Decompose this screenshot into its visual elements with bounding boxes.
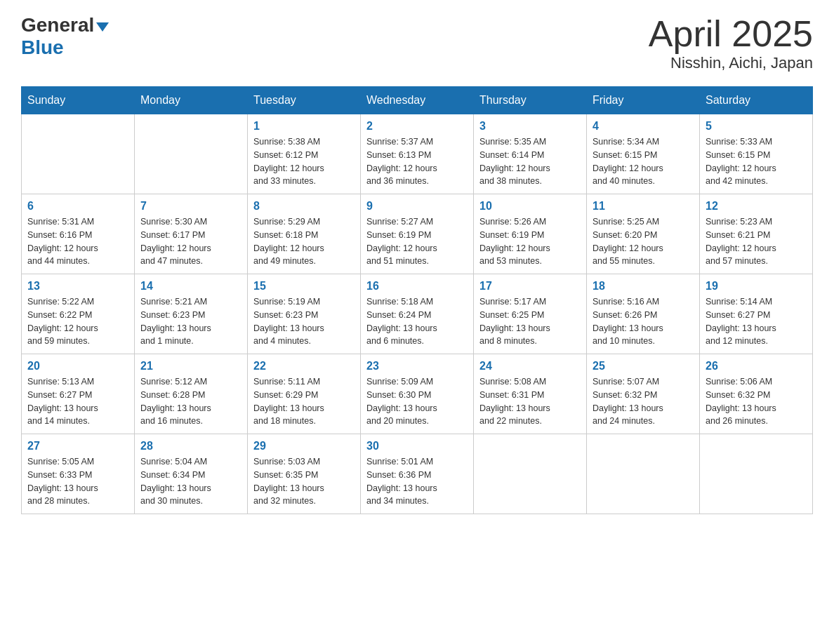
calendar-cell: 18Sunrise: 5:16 AM Sunset: 6:26 PM Dayli… xyxy=(587,274,700,354)
calendar-cell: 11Sunrise: 5:25 AM Sunset: 6:20 PM Dayli… xyxy=(587,194,700,274)
calendar-cell: 23Sunrise: 5:09 AM Sunset: 6:30 PM Dayli… xyxy=(361,354,474,434)
calendar-week-row: 27Sunrise: 5:05 AM Sunset: 6:33 PM Dayli… xyxy=(22,434,813,514)
calendar-header-row: SundayMondayTuesdayWednesdayThursdayFrid… xyxy=(22,87,813,114)
day-info: Sunrise: 5:05 AM Sunset: 6:33 PM Dayligh… xyxy=(27,455,128,508)
day-info: Sunrise: 5:34 AM Sunset: 6:15 PM Dayligh… xyxy=(593,135,694,188)
calendar-cell: 10Sunrise: 5:26 AM Sunset: 6:19 PM Dayli… xyxy=(474,194,587,274)
day-info: Sunrise: 5:22 AM Sunset: 6:22 PM Dayligh… xyxy=(27,295,128,348)
day-info: Sunrise: 5:07 AM Sunset: 6:32 PM Dayligh… xyxy=(593,375,694,428)
calendar-cell: 13Sunrise: 5:22 AM Sunset: 6:22 PM Dayli… xyxy=(22,274,135,354)
logo-arrow-icon xyxy=(96,22,109,32)
title-block: April 2025 Nisshin, Aichi, Japan xyxy=(649,14,813,72)
calendar-cell: 5Sunrise: 5:33 AM Sunset: 6:15 PM Daylig… xyxy=(700,114,813,194)
calendar-cell: 3Sunrise: 5:35 AM Sunset: 6:14 PM Daylig… xyxy=(474,114,587,194)
day-number: 17 xyxy=(479,280,581,293)
calendar-subtitle: Nisshin, Aichi, Japan xyxy=(649,54,813,72)
calendar-cell: 19Sunrise: 5:14 AM Sunset: 6:27 PM Dayli… xyxy=(700,274,813,354)
day-number: 2 xyxy=(366,120,468,133)
day-number: 12 xyxy=(706,200,807,213)
day-info: Sunrise: 5:13 AM Sunset: 6:27 PM Dayligh… xyxy=(27,375,128,428)
page-header: General Blue April 2025 Nisshin, Aichi, … xyxy=(21,14,813,72)
day-number: 18 xyxy=(593,280,694,293)
calendar-cell: 2Sunrise: 5:37 AM Sunset: 6:13 PM Daylig… xyxy=(361,114,474,194)
calendar-cell: 4Sunrise: 5:34 AM Sunset: 6:15 PM Daylig… xyxy=(587,114,700,194)
day-number: 29 xyxy=(253,440,355,452)
calendar-cell xyxy=(587,434,700,514)
day-info: Sunrise: 5:04 AM Sunset: 6:34 PM Dayligh… xyxy=(140,455,241,508)
day-number: 23 xyxy=(366,360,468,373)
day-info: Sunrise: 5:19 AM Sunset: 6:23 PM Dayligh… xyxy=(253,295,355,348)
day-number: 24 xyxy=(479,360,581,373)
calendar-day-header: Thursday xyxy=(474,87,587,114)
calendar-cell: 28Sunrise: 5:04 AM Sunset: 6:34 PM Dayli… xyxy=(135,434,248,514)
day-info: Sunrise: 5:16 AM Sunset: 6:26 PM Dayligh… xyxy=(593,295,694,348)
day-number: 19 xyxy=(706,280,807,293)
calendar-cell: 12Sunrise: 5:23 AM Sunset: 6:21 PM Dayli… xyxy=(700,194,813,274)
calendar-cell: 8Sunrise: 5:29 AM Sunset: 6:18 PM Daylig… xyxy=(248,194,361,274)
calendar-cell: 29Sunrise: 5:03 AM Sunset: 6:35 PM Dayli… xyxy=(248,434,361,514)
day-info: Sunrise: 5:30 AM Sunset: 6:17 PM Dayligh… xyxy=(140,215,241,268)
calendar-cell: 26Sunrise: 5:06 AM Sunset: 6:32 PM Dayli… xyxy=(700,354,813,434)
day-number: 20 xyxy=(27,360,128,373)
day-number: 1 xyxy=(253,120,355,133)
calendar-cell: 15Sunrise: 5:19 AM Sunset: 6:23 PM Dayli… xyxy=(248,274,361,354)
calendar-cell xyxy=(700,434,813,514)
day-number: 26 xyxy=(706,360,807,373)
calendar-cell: 21Sunrise: 5:12 AM Sunset: 6:28 PM Dayli… xyxy=(135,354,248,434)
day-info: Sunrise: 5:38 AM Sunset: 6:12 PM Dayligh… xyxy=(253,135,355,188)
day-number: 21 xyxy=(140,360,241,373)
day-info: Sunrise: 5:06 AM Sunset: 6:32 PM Dayligh… xyxy=(706,375,807,428)
calendar-day-header: Wednesday xyxy=(361,87,474,114)
day-number: 16 xyxy=(366,280,468,293)
day-info: Sunrise: 5:33 AM Sunset: 6:15 PM Dayligh… xyxy=(706,135,807,188)
day-number: 6 xyxy=(27,200,128,213)
day-info: Sunrise: 5:03 AM Sunset: 6:35 PM Dayligh… xyxy=(253,455,355,508)
day-number: 8 xyxy=(253,200,355,213)
calendar-cell: 22Sunrise: 5:11 AM Sunset: 6:29 PM Dayli… xyxy=(248,354,361,434)
day-info: Sunrise: 5:35 AM Sunset: 6:14 PM Dayligh… xyxy=(479,135,581,188)
day-number: 27 xyxy=(27,440,128,452)
day-number: 25 xyxy=(593,360,694,373)
day-number: 10 xyxy=(479,200,581,213)
calendar-cell: 16Sunrise: 5:18 AM Sunset: 6:24 PM Dayli… xyxy=(361,274,474,354)
day-info: Sunrise: 5:08 AM Sunset: 6:31 PM Dayligh… xyxy=(479,375,581,428)
day-number: 22 xyxy=(253,360,355,373)
day-number: 14 xyxy=(140,280,241,293)
day-number: 4 xyxy=(593,120,694,133)
logo-blue-text: Blue xyxy=(21,36,64,58)
day-info: Sunrise: 5:23 AM Sunset: 6:21 PM Dayligh… xyxy=(706,215,807,268)
calendar-cell xyxy=(22,114,135,194)
day-number: 13 xyxy=(27,280,128,293)
day-number: 11 xyxy=(593,200,694,213)
day-number: 9 xyxy=(366,200,468,213)
day-info: Sunrise: 5:31 AM Sunset: 6:16 PM Dayligh… xyxy=(27,215,128,268)
day-info: Sunrise: 5:14 AM Sunset: 6:27 PM Dayligh… xyxy=(706,295,807,348)
day-info: Sunrise: 5:29 AM Sunset: 6:18 PM Dayligh… xyxy=(253,215,355,268)
calendar-cell: 9Sunrise: 5:27 AM Sunset: 6:19 PM Daylig… xyxy=(361,194,474,274)
calendar-week-row: 6Sunrise: 5:31 AM Sunset: 6:16 PM Daylig… xyxy=(22,194,813,274)
calendar-day-header: Saturday xyxy=(700,87,813,114)
day-info: Sunrise: 5:17 AM Sunset: 6:25 PM Dayligh… xyxy=(479,295,581,348)
day-number: 5 xyxy=(706,120,807,133)
calendar-cell: 7Sunrise: 5:30 AM Sunset: 6:17 PM Daylig… xyxy=(135,194,248,274)
calendar-day-header: Tuesday xyxy=(248,87,361,114)
day-info: Sunrise: 5:11 AM Sunset: 6:29 PM Dayligh… xyxy=(253,375,355,428)
calendar-cell: 27Sunrise: 5:05 AM Sunset: 6:33 PM Dayli… xyxy=(22,434,135,514)
calendar-cell xyxy=(135,114,248,194)
calendar-day-header: Monday xyxy=(135,87,248,114)
day-info: Sunrise: 5:21 AM Sunset: 6:23 PM Dayligh… xyxy=(140,295,241,348)
day-info: Sunrise: 5:12 AM Sunset: 6:28 PM Dayligh… xyxy=(140,375,241,428)
day-info: Sunrise: 5:01 AM Sunset: 6:36 PM Dayligh… xyxy=(366,455,468,508)
calendar-day-header: Friday xyxy=(587,87,700,114)
day-info: Sunrise: 5:37 AM Sunset: 6:13 PM Dayligh… xyxy=(366,135,468,188)
calendar-week-row: 13Sunrise: 5:22 AM Sunset: 6:22 PM Dayli… xyxy=(22,274,813,354)
calendar-cell: 17Sunrise: 5:17 AM Sunset: 6:25 PM Dayli… xyxy=(474,274,587,354)
day-number: 3 xyxy=(479,120,581,133)
calendar-cell: 25Sunrise: 5:07 AM Sunset: 6:32 PM Dayli… xyxy=(587,354,700,434)
day-number: 28 xyxy=(140,440,241,452)
logo: General Blue xyxy=(21,14,109,59)
calendar-table: SundayMondayTuesdayWednesdayThursdayFrid… xyxy=(21,86,813,514)
day-number: 7 xyxy=(140,200,241,213)
calendar-cell: 1Sunrise: 5:38 AM Sunset: 6:12 PM Daylig… xyxy=(248,114,361,194)
calendar-cell: 14Sunrise: 5:21 AM Sunset: 6:23 PM Dayli… xyxy=(135,274,248,354)
